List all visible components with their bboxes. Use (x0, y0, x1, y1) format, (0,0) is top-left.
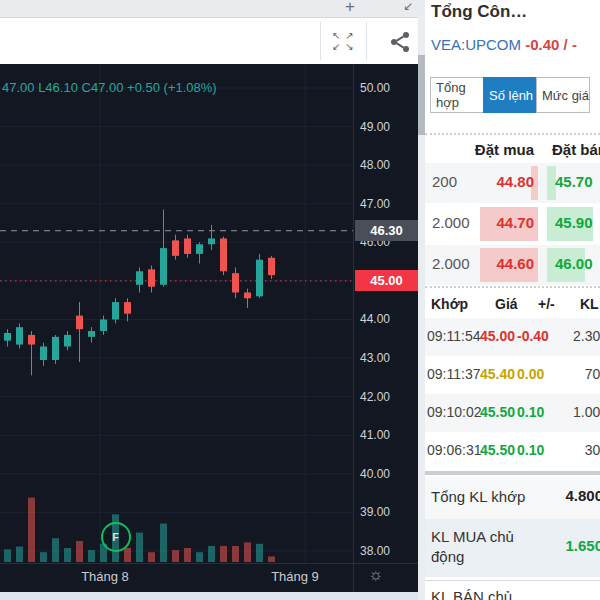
sell-price: 46.00 (555, 255, 593, 272)
buy-volume: 2.000 (432, 214, 470, 231)
summary-sell-label: KL BÁN chủ (431, 587, 512, 600)
sell-header: Đặt bán (552, 141, 600, 158)
trade-change: -0.40 (517, 328, 549, 344)
trade-time: 09:10:02 (427, 404, 482, 420)
trade-price: 45.00 (480, 328, 515, 344)
trade-time: 09:06:31 (427, 442, 482, 458)
trade-change: 0.00 (517, 366, 544, 382)
order-book-row[interactable]: 2.000 44.70 45.90 (425, 204, 600, 244)
fullscreen-arrow-se: ↘ (343, 41, 356, 52)
price-tick-label: 49.00 (360, 120, 416, 134)
tab-so-lenh[interactable]: Số lệnh (483, 77, 536, 113)
trade-time: 09:11:54 (427, 328, 480, 344)
summary-total-row: Tổng KL khớp 4.800 (425, 477, 600, 519)
price-tick-label: 39.00 (360, 505, 416, 519)
trade-volume: 300 (585, 442, 600, 458)
trade-price: 45.50 (480, 442, 515, 458)
order-book-row[interactable]: 2.000 44.60 46.00 (425, 245, 600, 285)
chart-pane: + ↙ ↖ ↗ ↙ ↘ 47.00 L46.10 C47.00 +0.50 (+ (0, 0, 418, 600)
time-axis[interactable]: Tháng 8Tháng 9 ☼ (0, 563, 418, 593)
col-matched: Khớp (431, 296, 468, 312)
scrollbar-thumb[interactable] (418, 55, 425, 135)
trade-volume: 2.300 (573, 328, 600, 344)
add-icon[interactable]: + (345, 0, 355, 17)
trades-header: Khớp Giá +/- KL (425, 292, 600, 318)
price-tick-label: 42.00 (360, 390, 416, 404)
collapse-arrow-icon[interactable]: ↙ (403, 0, 413, 13)
price-tick-label: 47.00 (360, 197, 416, 211)
event-marker-letter: F (112, 531, 119, 543)
price-tick-label: 40.00 (360, 467, 416, 481)
price-tag: 45.00 (355, 270, 418, 291)
sell-price: 45.70 (555, 173, 593, 190)
price-tick-label: 50.00 (360, 81, 416, 95)
gear-icon[interactable]: ☼ (368, 565, 384, 585)
trade-volume: 700 (585, 366, 600, 382)
summary-sell-row: KL BÁN chủ (425, 580, 600, 600)
order-book-header: Đặt mua Đặt bán (425, 133, 600, 163)
company-title: Tổng Côn… (431, 2, 527, 22)
summary-buy-row: KL MUA chủ động 1.650 (425, 519, 600, 577)
buy-volume: 200 (432, 173, 457, 190)
candlestick-chart[interactable]: 47.00 L46.10 C47.00 +0.50 (+1.08%) 50.00… (0, 64, 418, 600)
chart-bottom-strip (0, 592, 418, 600)
fullscreen-icon[interactable]: ↖ ↗ ↙ ↘ (330, 30, 356, 52)
buy-volume: 2.000 (432, 255, 470, 272)
trade-row: 09:11:54 45.00 -0.40 2.300 (425, 318, 600, 356)
time-tick-label: Tháng 8 (81, 569, 129, 584)
ohlc-legend: 47.00 L46.10 C47.00 +0.50 (+1.08%) (2, 80, 217, 95)
price-axis-border (353, 64, 354, 600)
order-book-row[interactable]: 200 44.80 45.70 (425, 163, 600, 203)
section-divider (425, 471, 600, 475)
price-tag: 46.30 (355, 220, 418, 241)
sell-price: 45.90 (555, 214, 593, 231)
mini-toolbar: + ↙ (0, 0, 418, 18)
price-tick-label: 43.00 (360, 351, 416, 365)
trading-app: + ↙ ↖ ↗ ↙ ↘ 47.00 L46.10 C47.00 +0.50 (+ (0, 0, 600, 600)
toolbar-divider (320, 22, 321, 60)
col-volume: KL (580, 296, 599, 312)
summary-total-label: Tổng KL khớp (431, 487, 525, 507)
toolbar-divider (366, 22, 367, 60)
price-tick-label: 48.00 (360, 158, 416, 172)
col-change: +/- (538, 296, 555, 312)
chart-toolbar: ↖ ↗ ↙ ↘ (0, 18, 418, 64)
chart-canvas[interactable] (0, 64, 418, 592)
col-price: Giá (495, 296, 518, 312)
vertical-scrollbar[interactable] (418, 0, 425, 600)
dotted-divider (425, 286, 600, 288)
trade-change: 0.10 (517, 442, 544, 458)
trade-price: 45.50 (480, 404, 515, 420)
fullscreen-arrow-nw: ↖ (330, 30, 343, 41)
summary-total-value: 4.800 (565, 487, 600, 504)
trade-time: 09:11:37 (427, 366, 480, 382)
price-tick-label: 38.00 (360, 544, 416, 558)
share-icon[interactable] (388, 30, 412, 54)
tab-muc-gia[interactable]: Mức giá (536, 77, 590, 113)
time-tick-label: Tháng 9 (271, 569, 319, 584)
order-panel: Tổng Côn… VEA:UPCOM -0.40 / - Tổng hợp S… (425, 0, 600, 600)
summary-buy-label: KL MUA chủ động (431, 527, 541, 567)
buy-header: Đặt mua (475, 141, 534, 158)
buy-price: 44.80 (496, 173, 534, 190)
trade-row: 09:11:37 45.40 0.00 700 (425, 356, 600, 394)
fullscreen-arrow-sw: ↙ (330, 41, 343, 52)
summary-buy-value: 1.650 (565, 537, 600, 554)
trade-volume: 1.000 (573, 404, 600, 420)
buy-price: 44.60 (496, 255, 534, 272)
price-tick-label: 44.00 (360, 312, 416, 326)
symbol-label[interactable]: VEA:UPCOM (431, 36, 521, 53)
event-marker-icon[interactable]: F (101, 522, 131, 552)
panel-tabs: Tổng hợp Số lệnh Mức giá (430, 77, 590, 113)
trade-change: 0.10 (517, 404, 544, 420)
price-tick-label: 41.00 (360, 428, 416, 442)
trade-price: 45.40 (480, 366, 515, 382)
buy-price: 44.70 (496, 214, 534, 231)
fullscreen-arrow-ne: ↗ (343, 30, 356, 41)
tab-tong-hop[interactable]: Tổng hợp (430, 77, 483, 113)
trade-row: 09:06:31 45.50 0.10 300 (425, 432, 600, 470)
trade-row: 09:10:02 45.50 0.10 1.000 (425, 394, 600, 432)
symbol-row: VEA:UPCOM -0.40 / - (431, 36, 577, 53)
price-change-label: -0.40 / - (525, 36, 577, 53)
